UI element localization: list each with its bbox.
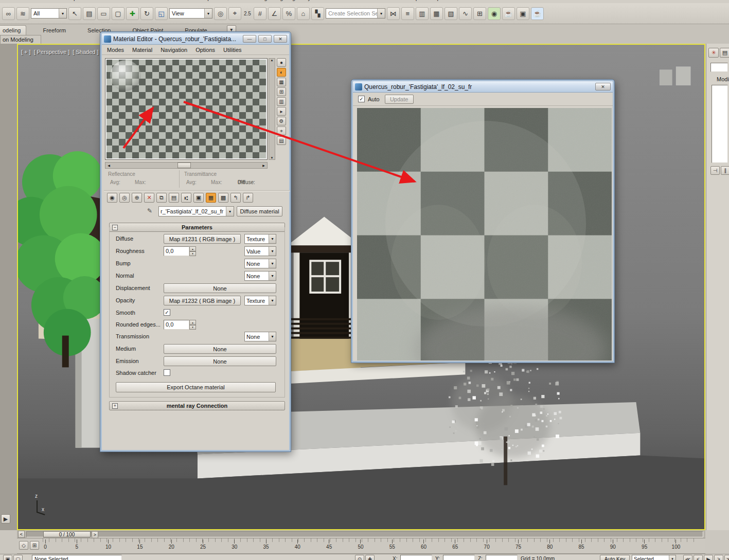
material-editor-icon[interactable]: ◉	[488, 7, 501, 20]
show-end-result-icon[interactable]: ▩	[218, 193, 228, 203]
time-slider-track[interactable]: 0 / 100 >	[26, 531, 703, 537]
me-menu-utilities[interactable]: Utilities	[219, 47, 245, 53]
previous-frame-icon[interactable]: <	[694, 555, 703, 560]
texture-preview-window[interactable]: Quercus_robur_'Fastigiata'_lf_02_su_fr ✕…	[351, 80, 614, 363]
material-id-channel-icon[interactable]: ⑆	[181, 193, 191, 203]
make-preview-icon[interactable]: ▸	[277, 107, 286, 116]
me-menu-material[interactable]: Material	[128, 47, 156, 53]
track-bar-filter-icon[interactable]: ⊞	[30, 541, 39, 550]
material-sample-grid[interactable]	[105, 58, 268, 160]
material-editor-window[interactable]: Material Editor - Quercus_robur_'Fastigi…	[100, 32, 291, 451]
select-and-scale-icon[interactable]: ◱	[155, 7, 168, 20]
auto-key-button[interactable]: Auto Key	[600, 555, 630, 560]
material-editor-titlebar[interactable]: Material Editor - Quercus_robur_'Fastigi…	[102, 33, 289, 45]
displacement-button[interactable]: None	[164, 283, 276, 293]
mental-ray-rollout-header[interactable]: + mental ray Connection	[109, 401, 285, 410]
unlink-selection-icon[interactable]: ≋	[16, 7, 29, 20]
menu-tools[interactable]: Tools	[35, 0, 57, 1]
scroll-right-icon[interactable]: ▶	[260, 162, 267, 168]
menu-group[interactable]: Group	[57, 0, 81, 1]
get-material-icon[interactable]: ◉	[107, 193, 117, 203]
sample-vertical-scrollbar[interactable]: ▲ ▼	[269, 58, 275, 160]
expand-icon[interactable]: +	[112, 403, 118, 409]
render-setup-icon[interactable]: ☕	[502, 7, 515, 20]
reset-map-icon[interactable]: ✕	[144, 193, 154, 203]
roughness-mode-combo[interactable]: Value▾	[244, 246, 276, 256]
chevron-down-icon[interactable]: ▾	[669, 555, 675, 560]
next-frame-button[interactable]: >	[92, 531, 98, 538]
snap-toggle-icon[interactable]: #	[254, 7, 266, 20]
rendered-frame-window-icon[interactable]: ▣	[517, 7, 529, 20]
chevron-down-icon[interactable]: ▾	[269, 296, 276, 305]
chevron-down-icon[interactable]: ▾	[226, 207, 234, 216]
scroll-up-icon[interactable]: ▲	[271, 59, 274, 62]
percent-snap-icon[interactable]: %	[282, 7, 295, 20]
menu-animation[interactable]: Animation	[161, 0, 194, 1]
select-and-rotate-icon[interactable]: ↻	[140, 7, 153, 20]
ribbon-tab-freeform[interactable]: Freeform	[38, 26, 71, 35]
window-crossing-toggle-icon[interactable]: ▢	[112, 7, 125, 20]
backlight-icon[interactable]: ◐	[277, 68, 286, 77]
material-type-button[interactable]: Diffuse material	[237, 206, 282, 216]
menu-help[interactable]: Help	[424, 0, 444, 1]
smooth-checkbox[interactable]: ✓	[164, 309, 170, 316]
menu-ornatrix[interactable]: Ornatrix	[477, 0, 505, 1]
spinner-snap-icon[interactable]: ⌂	[297, 7, 310, 20]
medium-button[interactable]: None	[164, 344, 276, 354]
auto-checkbox[interactable]: ✓	[358, 96, 365, 102]
close-button[interactable]: ✕	[274, 35, 287, 43]
curve-editor-icon[interactable]: ∿	[459, 7, 472, 20]
export-octane-material-button[interactable]: Export Octane material	[116, 382, 276, 392]
sample-horizontal-scrollbar[interactable]: ◀ ▶	[105, 162, 268, 169]
background-icon[interactable]: ▦	[277, 78, 286, 86]
time-slider[interactable]: < 0 / 100 >	[17, 530, 705, 538]
transform-gizmo-icon[interactable]: ✚	[365, 555, 375, 560]
scrollbar-thumb[interactable]	[177, 162, 191, 168]
material-name-combo[interactable]: r_'Fastigiata'_lf_02_su_fr ▾	[158, 206, 234, 216]
selection-lock-icon[interactable]: ▢	[13, 555, 23, 560]
schematic-view-icon[interactable]: ⊞	[473, 7, 486, 20]
named-selection-input[interactable]: Create Selection Se▾	[326, 8, 385, 19]
z-coordinate-field[interactable]	[486, 555, 518, 560]
select-object-icon[interactable]: ↖	[68, 7, 81, 20]
ribbon-subtab[interactable]: on Modeling	[0, 35, 41, 44]
viewport-menu-view[interactable]: [ Perspective ]	[34, 49, 70, 55]
modifier-stack[interactable]	[712, 85, 728, 163]
display-panel-icon[interactable]: ▤	[720, 48, 729, 58]
chevron-down-icon[interactable]: ▾	[269, 234, 276, 243]
next-frame-icon[interactable]: >	[714, 555, 723, 560]
menu-create[interactable]: Create	[104, 0, 129, 1]
ribbon-tab-odeling[interactable]: odeling	[0, 25, 26, 35]
menu-maxscript[interactable]: MAXScript	[389, 0, 424, 1]
update-button[interactable]: Update	[385, 95, 414, 104]
menu-views[interactable]: Views	[81, 0, 104, 1]
minimize-button[interactable]: —	[243, 35, 256, 43]
sample-type-icon[interactable]: ●	[277, 58, 286, 67]
show-map-in-viewport-icon[interactable]: ▦	[206, 193, 216, 203]
show-background-icon[interactable]: ▣	[193, 193, 204, 203]
layer-manager-icon[interactable]: ▦	[430, 7, 443, 20]
scroll-down-icon[interactable]: ▼	[271, 156, 274, 159]
selection-set-combo[interactable]: Selected ▾	[632, 555, 676, 560]
eyedropper-icon[interactable]: ✎	[147, 207, 155, 215]
diffuse-mode-combo[interactable]: Texture▾	[244, 234, 276, 244]
isolate-selection-icon[interactable]: ▣	[3, 555, 12, 560]
show-end-result-stack-icon[interactable]: ∥	[721, 166, 729, 175]
select-by-name-icon[interactable]: ▤	[83, 7, 96, 20]
chevron-down-icon[interactable]: ▾	[269, 272, 276, 280]
preview-titlebar[interactable]: Quercus_robur_'Fastigiata'_lf_02_su_fr ✕	[353, 81, 613, 93]
opacity-map-button[interactable]: Map #1232 ( RGB image )	[164, 296, 241, 305]
menu-customize[interactable]: Customize	[354, 0, 389, 1]
make-material-copy-icon[interactable]: ⧉	[156, 193, 167, 203]
sample-uv-tiling-icon[interactable]: ⊞	[277, 87, 286, 96]
menu-modifiers[interactable]: Modifiers	[129, 0, 161, 1]
modifier-list-combo[interactable]	[710, 63, 728, 72]
selection-filter-combo[interactable]: All▾	[31, 8, 67, 19]
rectangular-selection-region-icon[interactable]: ▭	[97, 7, 110, 20]
go-to-start-icon[interactable]: ≪	[683, 555, 692, 560]
rounded-edges-field[interactable]: 0,0	[164, 320, 189, 330]
viewport-menu-shading[interactable]: [ Shaded ]	[73, 49, 98, 55]
maximize-button[interactable]: □	[258, 35, 272, 43]
select-and-link-icon[interactable]: ∞	[2, 7, 15, 20]
roughness-spinner[interactable]: ▴▾	[189, 246, 196, 256]
